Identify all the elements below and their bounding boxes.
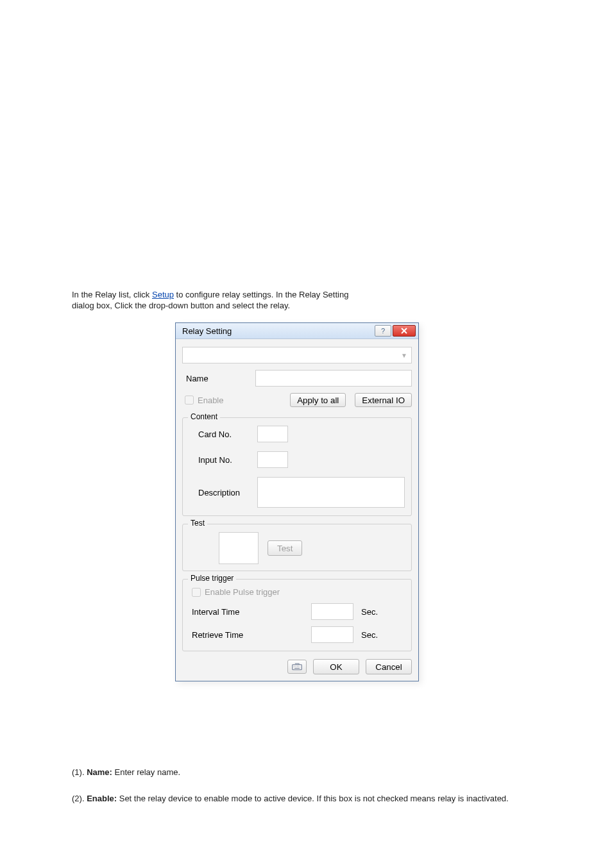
input-no-label: Input No.: [189, 455, 257, 465]
test-preview: [219, 532, 259, 564]
enable-checkbox-input[interactable]: [185, 396, 194, 405]
test-button[interactable]: Test: [268, 540, 302, 556]
test-group: Test Test: [182, 524, 412, 571]
interval-time-input[interactable]: [311, 603, 353, 620]
description-label: Description: [189, 488, 257, 497]
keyboard-icon: [292, 662, 302, 671]
dialog-title: Relay Setting: [182, 326, 373, 336]
setup-link[interactable]: Setup: [152, 290, 174, 299]
cancel-button[interactable]: Cancel: [366, 659, 412, 674]
note-2-key: Enable:: [87, 794, 117, 803]
ok-button[interactable]: OK: [313, 659, 359, 674]
input-no-input[interactable]: [257, 451, 288, 468]
test-legend: Test: [188, 519, 207, 528]
svg-rect-2: [293, 665, 302, 670]
note-1-text: Enter relay name.: [112, 767, 180, 777]
intro-line-3: dialog box, Click the drop-down button a…: [72, 301, 540, 310]
close-button[interactable]: [393, 325, 416, 337]
note-1-num: (1).: [72, 767, 85, 777]
note-2-text: Set the relay device to enable mode to a…: [117, 794, 509, 803]
pulse-trigger-legend: Pulse trigger: [188, 574, 236, 583]
description-input[interactable]: [257, 477, 405, 508]
note-1-key: Name:: [87, 767, 112, 777]
dialog-footer: OK Cancel: [182, 659, 412, 674]
content-group: Content Card No. Input No. Description: [182, 417, 412, 516]
apply-to-all-button[interactable]: Apply to all: [290, 393, 346, 407]
interval-sec-label: Sec.: [361, 607, 378, 617]
titlebar: Relay Setting ?: [176, 323, 418, 339]
card-no-label: Card No.: [189, 430, 257, 439]
enable-pulse-checkbox-label: Enable Pulse trigger: [205, 587, 280, 597]
enable-checkbox-label: Enable: [198, 396, 223, 405]
retrieve-time-input[interactable]: [311, 626, 353, 643]
content-legend: Content: [188, 412, 220, 421]
retrieve-sec-label: Sec.: [361, 630, 378, 640]
relay-setting-dialog: Relay Setting ? ▼ Name Enable Apply to a…: [175, 322, 419, 681]
card-no-input[interactable]: [257, 426, 288, 442]
external-io-button[interactable]: External IO: [355, 393, 412, 407]
chevron-down-icon: ▼: [401, 352, 407, 359]
retrieve-time-label: Retrieve Time: [189, 630, 311, 640]
pulse-trigger-group: Pulse trigger Enable Pulse trigger Inter…: [182, 579, 412, 651]
name-label: Name: [182, 374, 255, 383]
help-button[interactable]: ?: [375, 325, 391, 337]
interval-time-label: Interval Time: [189, 607, 311, 617]
name-input[interactable]: [255, 370, 412, 387]
enable-pulse-checkbox[interactable]: Enable Pulse trigger: [189, 587, 280, 597]
intro-text: In the Relay list, click Setup to config…: [72, 290, 540, 310]
note-2-num: (2).: [72, 794, 85, 803]
intro-line-2: to configure relay settings. In the Rela…: [174, 290, 348, 299]
relay-dropdown[interactable]: ▼: [182, 347, 412, 363]
enable-pulse-checkbox-input[interactable]: [192, 588, 201, 597]
notes: (1). Name: Enter relay name. (2). Enable…: [72, 767, 547, 818]
keyboard-button[interactable]: [287, 660, 307, 674]
intro-line-1: In the Relay list, click: [72, 290, 152, 299]
enable-checkbox[interactable]: Enable: [185, 396, 223, 405]
close-icon: [393, 326, 415, 336]
